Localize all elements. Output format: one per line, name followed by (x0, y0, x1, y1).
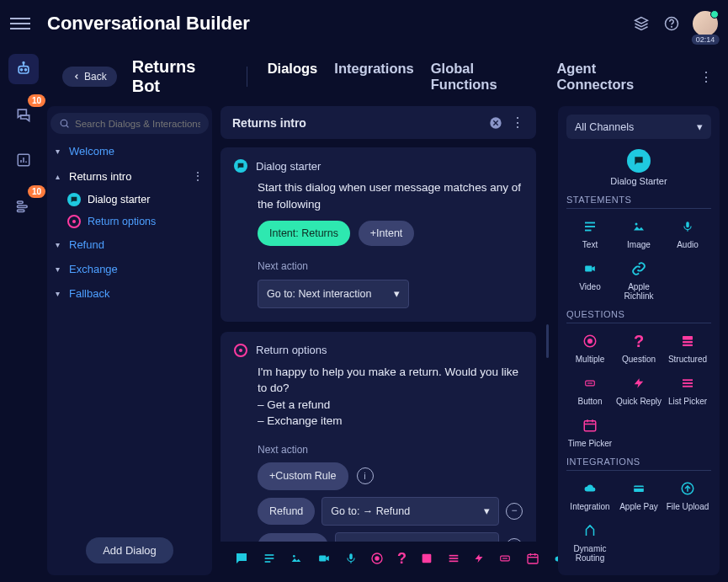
pal-image[interactable]: Image (615, 214, 662, 251)
user-avatar[interactable]: 02:14 (693, 11, 718, 36)
svg-rect-12 (18, 201, 24, 204)
tb-chat-icon[interactable] (234, 550, 249, 567)
palette-label: Structured (664, 355, 711, 364)
conversations-badge: 10 (28, 94, 45, 107)
palette-label: Apple Richlink (615, 282, 662, 301)
app-title: Conversational Builder (47, 13, 250, 35)
svg-rect-14 (18, 210, 24, 212)
search-input[interactable] (75, 119, 200, 129)
rail-analytics[interactable] (8, 145, 39, 175)
tb-button-icon[interactable] (497, 550, 513, 567)
tb-video-icon[interactable] (316, 550, 332, 567)
pal-richlink[interactable]: Apple Richlink (615, 256, 662, 302)
menu-button[interactable] (10, 13, 30, 34)
help-icon[interactable] (662, 14, 681, 33)
pal-button[interactable]: Button (566, 371, 614, 408)
svg-rect-51 (683, 344, 693, 346)
chevron-down-icon: ▾ (484, 504, 490, 519)
rail-campaigns[interactable]: 10 (8, 190, 39, 221)
dialog-more-icon[interactable]: ⋮ (511, 115, 524, 131)
tab-agent-connectors[interactable]: Agent Connectors (556, 61, 672, 93)
pal-listpicker[interactable]: List Picker (664, 371, 711, 408)
palette-label: Time Picker (566, 439, 614, 448)
options-line2: – Get a refund (258, 397, 523, 414)
section-questions: QUESTIONS (566, 309, 711, 323)
context-more-icon[interactable]: ⋮ (699, 69, 713, 85)
svg-line-16 (66, 125, 69, 128)
pal-audio[interactable]: Audio (664, 214, 711, 251)
svg-point-7 (23, 62, 24, 64)
tab-dialogs[interactable]: Dialogs (268, 61, 318, 93)
pal-integration[interactable]: Integration (566, 476, 614, 513)
next-action-select[interactable]: Go to: Next interaction ▾ (258, 280, 409, 308)
rail-bot-builder[interactable] (8, 54, 39, 84)
layers-icon[interactable] (632, 14, 651, 33)
palette-dialog-starter[interactable]: Dialog Starter (566, 149, 711, 186)
pal-dynamic-routing[interactable]: Dynamic Routing (566, 518, 614, 564)
tree-sub-label: Return options (88, 216, 156, 227)
options-line3: – Exchange item (258, 413, 523, 430)
tb-bolt-icon[interactable] (474, 550, 484, 567)
tree-returns-intro[interactable]: ▴Returns intro⋮ (50, 163, 209, 189)
rule-chip-refund[interactable]: Refund (258, 498, 315, 525)
tree-item-more-icon[interactable]: ⋮ (192, 169, 204, 183)
tree-return-options[interactable]: Return options (50, 211, 209, 232)
card-label: Dialog starter (256, 160, 321, 173)
tree-label: Returns intro (69, 170, 131, 183)
add-intent-button[interactable]: +Intent (359, 221, 415, 246)
pal-text[interactable]: Text (566, 214, 614, 251)
intent-chip[interactable]: Intent: Returns (258, 221, 350, 246)
svg-rect-13 (18, 206, 28, 208)
tb-question-icon[interactable]: ? (397, 550, 407, 567)
dialog-close-icon[interactable] (489, 116, 502, 130)
svg-point-48 (588, 339, 592, 344)
tree-exchange[interactable]: ▾Exchange (50, 257, 209, 281)
back-button[interactable]: Back (62, 67, 117, 87)
return-options-card: Return options I'm happy to help you mak… (221, 332, 536, 542)
dialog-starter-icon (234, 159, 247, 173)
card-label: Return options (256, 344, 327, 356)
pal-structured[interactable]: Structured (664, 328, 711, 366)
tb-radio-icon[interactable] (370, 550, 384, 567)
session-timer: 02:14 (692, 35, 720, 45)
svg-point-5 (25, 69, 27, 71)
palette-label: Audio (664, 240, 711, 249)
pal-question[interactable]: ?Question (615, 328, 662, 366)
channel-select[interactable]: All Channels ▾ (566, 115, 711, 139)
tree-welcome[interactable]: ▾Welcome (50, 139, 209, 163)
pal-quickreply[interactable]: Quick Reply (615, 371, 662, 408)
rule-chip-exchange[interactable]: Exchange (258, 533, 328, 542)
select-value: Go to: Next interaction (267, 286, 371, 302)
tb-mic-icon[interactable] (345, 550, 357, 567)
svg-rect-24 (349, 553, 353, 559)
tb-text-icon[interactable] (263, 550, 276, 567)
dialog-title: Returns intro (232, 116, 481, 130)
tb-structured-icon[interactable] (420, 550, 433, 567)
remove-rule-button[interactable]: − (506, 503, 523, 520)
rail-conversations[interactable]: 10 (8, 99, 39, 130)
tab-integrations[interactable]: Integrations (334, 61, 413, 93)
rule-select-exchange[interactable]: Go to: → Exchange▾ (335, 532, 499, 542)
tree-fallback[interactable]: ▾Fallback (50, 281, 209, 306)
pal-timepicker[interactable]: Time Picker (566, 413, 614, 450)
tree-refund[interactable]: ▾Refund (50, 232, 209, 257)
pal-applepay[interactable]: Apple Pay (615, 476, 662, 513)
rule-select-refund[interactable]: Go to: → Refund▾ (321, 497, 499, 526)
search-dialogs[interactable] (50, 113, 209, 134)
add-dialog-button[interactable]: Add Dialog (86, 537, 173, 563)
tb-time-icon[interactable] (526, 550, 539, 567)
info-icon[interactable]: i (357, 467, 374, 484)
pal-video[interactable]: Video (566, 256, 614, 302)
tb-list-icon[interactable] (447, 550, 460, 567)
tree-dialog-starter[interactable]: Dialog starter (50, 189, 209, 211)
pal-fileupload[interactable]: File Upload (664, 476, 711, 513)
tb-image-icon[interactable] (290, 550, 303, 567)
palette-label: Apple Pay (615, 502, 662, 511)
pal-multiple[interactable]: Multiple (566, 328, 614, 366)
palette-label: Video (566, 282, 614, 291)
tab-global-functions[interactable]: Global Functions (431, 61, 540, 93)
svg-marker-0 (635, 18, 648, 24)
palette-label: Image (615, 240, 662, 249)
resize-handle[interactable] (545, 106, 550, 575)
add-custom-rule-button[interactable]: +Custom Rule (258, 462, 348, 489)
